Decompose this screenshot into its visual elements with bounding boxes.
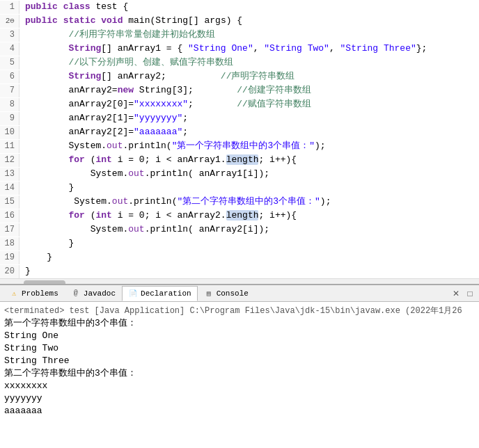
line-number: 7 (0, 84, 19, 97)
line-number: 12 (0, 154, 19, 167)
line-number: 19 (0, 251, 19, 264)
console-output-line: String Two (4, 342, 475, 355)
line-number: 3 (0, 29, 19, 42)
console-icon: ▤ (204, 289, 214, 298)
code-line: 17 System.out.println( anArray2[i]); (0, 223, 479, 237)
tab-console[interactable]: ▤Console (198, 286, 255, 301)
tab-label: Javadoc (84, 289, 116, 298)
line-number: 8 (0, 98, 19, 111)
javadoc-icon: @ (71, 289, 81, 298)
code-line: 18 } (0, 237, 479, 250)
line-number: 6 (0, 70, 19, 83)
console-output-line: String Three (4, 355, 475, 367)
code-content: String[] anArray1 = { "String One", "Str… (19, 42, 427, 55)
tab-label: Problems (22, 289, 58, 298)
code-line: 19 } (0, 250, 479, 264)
code-line: 3 //利用字符串常量创建并初始化数组 (0, 28, 479, 42)
code-line: 8 anArray2[0]="xxxxxxxx"; //赋值字符串数组 (0, 97, 479, 111)
warning-icon: ⚠ (9, 289, 19, 298)
code-content: } (19, 237, 74, 250)
tab-bar: ⚠Problems@Javadoc📄Declaration▤Console✕□ (0, 285, 479, 302)
declaration-icon: 📄 (128, 289, 138, 298)
line-number: 20 (0, 265, 19, 278)
console-output-line: String One (4, 330, 475, 342)
line-number: 11 (0, 140, 19, 153)
code-content: public static void main(String[] args) { (19, 14, 242, 27)
line-number: 18 (0, 237, 19, 250)
code-content: for (int i = 0; i < anArray2.length; i++… (19, 209, 297, 222)
console-output-line: 第二个字符串数组中的3个串值： (4, 367, 475, 380)
line-number: 13 (0, 168, 19, 181)
close-button[interactable]: ✕ (450, 287, 462, 300)
code-line: 20} (0, 264, 479, 278)
editor-area: 1public class test {2⊖public static void… (0, 0, 479, 284)
console-output-line: yyyyyyy (4, 392, 475, 405)
horizontal-scrollbar[interactable] (0, 278, 479, 284)
line-number: 10 (0, 126, 19, 139)
code-content: public class test { (19, 0, 128, 13)
code-line: 10 anArray2[2]="aaaaaaa"; (0, 125, 479, 139)
code-line: 14 } (0, 181, 479, 195)
code-content: for (int i = 0; i < anArray1.length; i++… (19, 153, 297, 166)
line-number: 14 (0, 182, 19, 195)
code-line: 4 String[] anArray1 = { "String One", "S… (0, 42, 479, 56)
code-content: System.out.println("第二个字符串数组中的3个串值："); (19, 195, 331, 208)
code-content: anArray2[1]="yyyyyyy"; (19, 111, 188, 125)
code-line: 15 System.out.println("第二个字符串数组中的3个串值：")… (0, 195, 479, 209)
line-number: 2⊖ (0, 15, 19, 28)
code-content: anArray2[0]="xxxxxxxx"; //赋值字符串数组 (19, 97, 311, 111)
tab-label: Declaration (141, 289, 191, 298)
code-content: //利用字符串常量创建并初始化数组 (19, 28, 215, 41)
line-number: 17 (0, 223, 19, 237)
code-content: } (19, 264, 31, 278)
line-number: 1 (0, 1, 19, 14)
code-line: 12 for (int i = 0; i < anArray1.length; … (0, 153, 479, 167)
code-content: System.out.println( anArray2[i]); (19, 223, 269, 236)
code-lines: 1public class test {2⊖public static void… (0, 0, 479, 278)
code-content: } (19, 250, 52, 264)
code-line: 11 System.out.println("第一个字符串数组中的3个串值：")… (0, 139, 479, 153)
terminated-line: <terminated> test [Java Application] C:\… (4, 305, 475, 317)
code-line: 2⊖public static void main(String[] args)… (0, 14, 479, 28)
code-line: 13 System.out.println( anArray1[i]); (0, 167, 479, 181)
code-line: 5 //以下分别声明、创建、赋值字符串数组 (0, 56, 479, 70)
code-content: } (19, 181, 74, 194)
code-line: 6 String[] anArray2; //声明字符串数组 (0, 70, 479, 83)
code-line: 9 anArray2[1]="yyyyyyy"; (0, 111, 479, 125)
console-output-line: xxxxxxxx (4, 380, 475, 392)
line-number: 16 (0, 209, 19, 223)
code-content: System.out.println( anArray1[i]); (19, 167, 269, 180)
line-number: 5 (0, 56, 19, 70)
maximize-button[interactable]: □ (464, 287, 476, 300)
console-output-line: aaaaaaa (4, 405, 475, 417)
tab-declaration[interactable]: 📄Declaration (122, 286, 198, 301)
code-content: String[] anArray2; //声明字符串数组 (19, 70, 295, 83)
bottom-panel: ⚠Problems@Javadoc📄Declaration▤Console✕□ … (0, 284, 479, 445)
tab-actions: ✕□ (450, 287, 476, 300)
code-content: //以下分别声明、创建、赋值字符串数组 (19, 56, 233, 69)
code-line: 1public class test { (0, 0, 479, 14)
line-number: 4 (0, 42, 19, 56)
tab-javadoc[interactable]: @Javadoc (65, 286, 122, 301)
tab-label: Console (217, 289, 249, 298)
line-number: 9 (0, 112, 19, 125)
code-line: 7 anArray2=new String[3]; //创建字符串数组 (0, 83, 479, 97)
console-output-line: 第一个字符串数组中的3个串值： (4, 317, 475, 330)
tab-problems[interactable]: ⚠Problems (3, 286, 65, 301)
line-number: 15 (0, 195, 19, 209)
console-content: <terminated> test [Java Application] C:\… (0, 302, 479, 445)
code-line: 16 for (int i = 0; i < anArray2.length; … (0, 209, 479, 223)
code-content: System.out.println("第一个字符串数组中的3个串值："); (19, 139, 326, 152)
code-content: anArray2=new String[3]; //创建字符串数组 (19, 83, 311, 97)
code-content: anArray2[2]="aaaaaaa"; (19, 125, 188, 138)
